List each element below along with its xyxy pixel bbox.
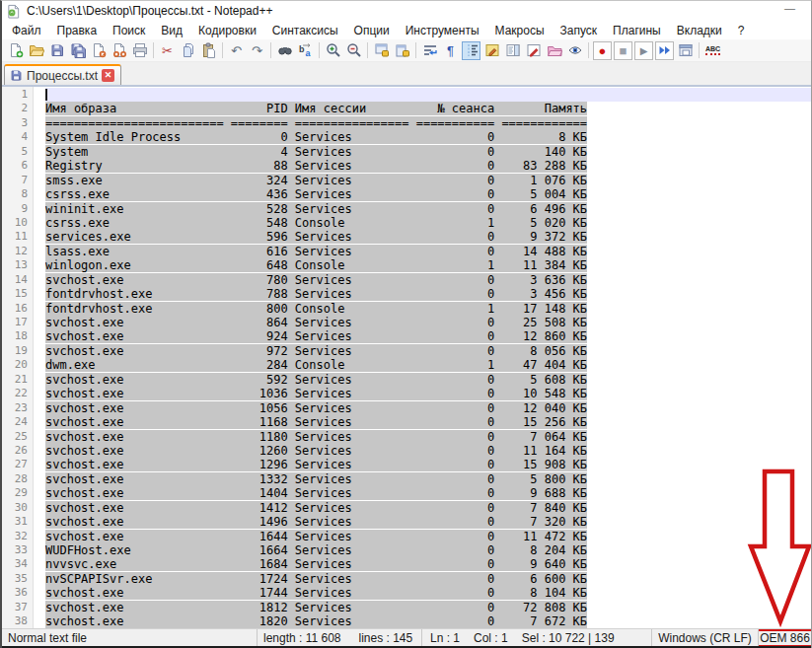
editor-line[interactable]: ========================= ======== =====… [45, 116, 811, 130]
paste-icon[interactable] [199, 41, 218, 60]
macro-save-icon[interactable] [676, 41, 695, 60]
editor-line[interactable]: svchost.exe 972 Services 0 8 056 КБ [45, 344, 811, 358]
editor-line[interactable]: csrss.exe 548 Console 1 5 020 КБ [45, 216, 811, 230]
status-eol-format[interactable]: Windows (CR LF) [651, 629, 758, 646]
status-encoding-highlight-box: OEM 866 [758, 629, 811, 646]
editor-line[interactable]: wininit.exe 528 Services 0 6 496 КБ [45, 202, 811, 216]
monitoring-icon[interactable] [565, 41, 584, 60]
editor-line[interactable] [45, 88, 811, 102]
editor-line[interactable]: nvSCPAPISvr.exe 1724 Services 0 6 600 КБ [45, 572, 811, 586]
editor-line[interactable]: svchost.exe 1744 Services 0 8 104 КБ [45, 586, 811, 600]
print-icon[interactable] [130, 41, 149, 60]
editor-line[interactable]: Registry 88 Services 0 83 288 КБ [45, 159, 811, 173]
menu-item-edit[interactable]: Правка [49, 22, 106, 39]
editor-line[interactable]: services.exe 596 Services 0 9 372 КБ [45, 230, 811, 244]
menu-item-help[interactable]: ? [730, 22, 753, 39]
undo-icon[interactable]: ↶ [227, 41, 246, 60]
menu-item-settings[interactable]: Опции [346, 22, 398, 39]
editor-line[interactable]: System Idle Process 0 Services 0 8 КБ [45, 130, 811, 144]
editor-line[interactable]: svchost.exe 1036 Services 0 10 548 КБ [45, 387, 811, 400]
editor-line[interactable]: svchost.exe 924 Services 0 12 860 КБ [45, 329, 811, 343]
toolbar-separator [222, 42, 223, 58]
zoom-in-icon[interactable] [324, 41, 342, 60]
menu-item-encoding[interactable]: Кодировки [190, 22, 264, 39]
editor-line[interactable]: svchost.exe 1180 Services 0 7 064 КБ [45, 430, 811, 444]
new-file-icon[interactable] [6, 41, 25, 60]
editor-line[interactable]: svchost.exe 1496 Services 0 7 320 КБ [45, 515, 811, 529]
show-indent-guide-icon[interactable] [462, 41, 480, 60]
editor-line[interactable]: svchost.exe 864 Services 0 25 508 КБ [45, 316, 811, 329]
editor-line[interactable]: svchost.exe 1332 Services 0 5 800 КБ [45, 472, 811, 486]
menu-item-tools[interactable]: Инструменты [398, 22, 487, 39]
editor-line[interactable]: svchost.exe 1296 Services 0 15 908 КБ [45, 458, 811, 471]
menu-item-file[interactable]: Файл [4, 22, 49, 39]
editor-line[interactable]: svchost.exe 1412 Services 0 7 840 КБ [45, 501, 811, 515]
sync-horizontal-scroll-icon[interactable] [393, 41, 411, 60]
editor-line[interactable]: svchost.exe 1260 Services 0 11 164 КБ [45, 444, 811, 458]
text-content[interactable]: Имя образа PID Имя сессии № сеанса Памят… [45, 87, 811, 628]
editor-line[interactable]: smss.exe 324 Services 0 1 076 КБ [45, 174, 811, 187]
close-all-icon[interactable] [110, 41, 128, 60]
sync-vertical-scroll-icon[interactable] [372, 41, 391, 60]
menu-item-run[interactable]: Запуск [553, 22, 606, 39]
line-number-gutter[interactable]: 1234567891011121314151617181920212223242… [2, 87, 34, 628]
menu-item-macro[interactable]: Макросы [487, 22, 553, 39]
zoom-out-icon[interactable] [344, 41, 363, 60]
selected-text: lsass.exe 616 Services 0 14 488 КБ [45, 245, 587, 258]
editor-line[interactable]: lsass.exe 616 Services 0 14 488 КБ [45, 245, 811, 258]
menu-item-view[interactable]: Вид [153, 22, 190, 39]
tab-processes-txt[interactable]: Процессы.txt ✕ [4, 64, 121, 85]
editor-line[interactable]: svchost.exe 780 Services 0 3 636 КБ [45, 273, 811, 287]
save-all-icon[interactable] [68, 41, 87, 60]
define-language-icon[interactable] [482, 41, 501, 60]
macro-run-multiple-icon[interactable] [655, 41, 674, 60]
editor-line[interactable]: fontdrvhost.exe 788 Services 0 3 456 КБ [45, 287, 811, 301]
macro-play-icon[interactable]: ▶ [634, 41, 653, 60]
toolbar-separator [699, 42, 700, 58]
function-list-icon[interactable] [524, 41, 543, 60]
editor-area[interactable]: 1234567891011121314151617181920212223242… [2, 87, 811, 628]
macro-stop-icon[interactable]: ■ [614, 41, 632, 60]
open-file-icon[interactable] [27, 41, 45, 60]
menu-item-tabs[interactable]: Вкладки [669, 22, 730, 39]
bookmark-margin[interactable] [34, 87, 45, 628]
editor-line[interactable]: csrss.exe 436 Services 0 5 004 КБ [45, 187, 811, 201]
minimize-button[interactable]: — [784, 3, 795, 13]
editor-line[interactable]: svchost.exe 592 Services 0 5 608 КБ [45, 373, 811, 387]
word-wrap-icon[interactable] [420, 41, 439, 60]
folder-as-workspace-icon[interactable] [545, 41, 563, 60]
menu-item-search[interactable]: Поиск [105, 22, 153, 39]
menu-item-plugins[interactable]: Плагины [605, 22, 669, 39]
copy-icon[interactable] [179, 41, 197, 60]
editor-line[interactable]: WUDFHost.exe 1664 Services 0 8 204 КБ [45, 543, 811, 557]
macro-record-icon[interactable]: ● [593, 41, 612, 60]
spell-check-icon[interactable]: ABC [703, 41, 722, 60]
editor-line[interactable]: nvvsvc.exe 1684 Services 0 9 640 КБ [45, 557, 811, 571]
close-file-icon[interactable] [89, 41, 108, 60]
editor-line[interactable]: svchost.exe 1644 Services 0 11 472 КБ [45, 530, 811, 543]
editor-line[interactable]: svchost.exe 1056 Services 0 12 040 КБ [45, 401, 811, 415]
editor-line[interactable]: winlogon.exe 648 Console 1 11 384 КБ [45, 258, 811, 272]
find-icon[interactable] [275, 41, 294, 60]
status-length-section: length : 11 608 lines : 145 [257, 629, 421, 646]
cut-icon[interactable]: ✂ [158, 41, 177, 60]
save-file-icon[interactable] [47, 41, 66, 60]
editor-line[interactable]: Имя образа PID Имя сессии № сеанса Памят… [45, 102, 811, 115]
status-encoding-section[interactable]: OEM 866 [758, 629, 811, 646]
menu-item-language[interactable]: Синтаксисы [264, 22, 346, 39]
selected-text: WUDFHost.exe 1664 Services 0 8 204 КБ [45, 543, 587, 557]
redo-icon[interactable]: ↷ [248, 41, 266, 60]
editor-line[interactable]: svchost.exe 1168 Services 0 15 256 КБ [45, 415, 811, 429]
document-map-icon[interactable] [503, 41, 522, 60]
replace-icon[interactable]: ba [296, 41, 315, 60]
show-all-characters-icon[interactable]: ¶ [441, 41, 460, 60]
editor-line[interactable]: svchost.exe 1812 Services 0 72 808 КБ [45, 601, 811, 614]
editor-line[interactable]: System 4 Services 0 140 КБ [45, 145, 811, 159]
editor-line[interactable]: dwm.exe 284 Console 1 47 404 КБ [45, 358, 811, 372]
editor-line[interactable]: svchost.exe 1404 Services 0 9 688 КБ [45, 486, 811, 500]
editor-line[interactable]: fontdrvhost.exe 800 Console 1 17 148 КБ [45, 302, 811, 316]
line-number: 30 [2, 501, 28, 515]
tab-close-icon[interactable]: ✕ [102, 69, 114, 82]
editor-line[interactable]: svchost.exe 1820 Services 0 7 672 КБ [45, 614, 811, 628]
line-number: 15 [2, 287, 28, 301]
